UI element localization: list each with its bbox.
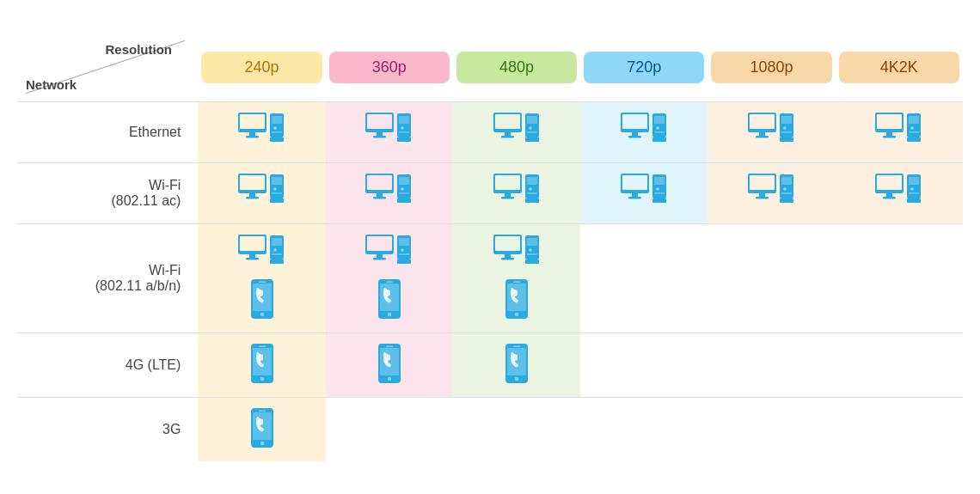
- svg-rect-40: [756, 136, 769, 138]
- phone-icon: [251, 279, 273, 322]
- table-row: Ethernet: [17, 101, 963, 162]
- desktop-icon: [238, 235, 285, 274]
- col-header-720p: 720p: [580, 33, 707, 101]
- svg-rect-18: [397, 137, 411, 142]
- table-row: 3G: [17, 397, 963, 461]
- svg-rect-30: [632, 132, 638, 136]
- svg-rect-26: [527, 131, 537, 133]
- svg-rect-153: [380, 348, 399, 375]
- svg-rect-136: [495, 236, 520, 251]
- svg-rect-60: [272, 177, 282, 185]
- svg-rect-105: [909, 177, 919, 185]
- icons-col: [329, 235, 450, 322]
- svg-rect-75: [505, 193, 511, 197]
- icons-col: [456, 174, 577, 213]
- phone-icon: [505, 279, 528, 322]
- icons-col: [201, 344, 322, 387]
- svg-rect-13: [373, 136, 386, 138]
- svg-rect-121: [259, 281, 266, 283]
- svg-rect-78: [527, 177, 537, 185]
- svg-point-154: [388, 377, 391, 381]
- data-cell: [580, 397, 707, 461]
- svg-rect-99: [780, 198, 793, 203]
- svg-rect-57: [249, 193, 255, 197]
- col-header-4k2k: 4K2K: [836, 33, 963, 101]
- svg-rect-137: [505, 254, 511, 258]
- svg-rect-127: [399, 238, 409, 246]
- phone-icon: [251, 408, 273, 451]
- svg-rect-48: [886, 132, 892, 136]
- desktop-icon: [238, 113, 285, 152]
- svg-rect-83: [622, 175, 647, 190]
- svg-rect-84: [632, 193, 638, 197]
- svg-rect-96: [781, 177, 792, 185]
- svg-point-25: [529, 126, 532, 130]
- svg-point-79: [529, 187, 532, 191]
- svg-point-7: [273, 126, 277, 130]
- data-cell: [453, 397, 580, 461]
- icons-col: [839, 174, 959, 213]
- svg-rect-155: [386, 345, 393, 347]
- svg-rect-110: [240, 236, 265, 251]
- svg-rect-65: [367, 175, 392, 190]
- phone-icon: [251, 344, 273, 387]
- svg-rect-130: [397, 259, 411, 264]
- svg-rect-20: [495, 114, 520, 129]
- svg-point-120: [260, 313, 263, 316]
- chart-container: Resolution Network 240p 360p 480p 720p: [17, 33, 963, 461]
- svg-point-146: [515, 313, 518, 316]
- svg-rect-22: [501, 136, 514, 138]
- data-cell: [836, 332, 963, 397]
- svg-rect-134: [386, 281, 393, 283]
- data-cell: [326, 162, 453, 223]
- svg-point-150: [260, 377, 263, 381]
- svg-rect-103: [883, 197, 896, 199]
- data-cell: [836, 101, 963, 162]
- svg-point-128: [401, 248, 404, 252]
- svg-point-133: [388, 313, 391, 316]
- svg-rect-111: [249, 254, 255, 258]
- svg-rect-31: [628, 136, 641, 138]
- svg-point-162: [260, 442, 263, 445]
- svg-rect-76: [501, 197, 514, 199]
- svg-point-106: [911, 187, 915, 191]
- svg-rect-27: [525, 137, 539, 142]
- svg-rect-4: [246, 136, 259, 138]
- svg-point-158: [515, 377, 518, 381]
- network-label-cell: Wi-Fi(802.11 a/b/n): [17, 223, 198, 332]
- data-cell: [836, 397, 963, 461]
- svg-rect-51: [909, 116, 919, 124]
- svg-rect-63: [270, 198, 284, 203]
- icons-col: [201, 113, 322, 152]
- svg-rect-3: [249, 132, 255, 136]
- svg-rect-112: [246, 258, 259, 260]
- desktop-icon: [238, 174, 285, 213]
- svg-rect-2: [240, 114, 265, 129]
- svg-rect-151: [259, 345, 266, 347]
- data-cell: [198, 101, 325, 162]
- svg-point-115: [273, 248, 277, 252]
- svg-rect-56: [240, 175, 265, 190]
- data-cell: [326, 101, 453, 162]
- col-header-360p: 360p: [326, 33, 453, 101]
- svg-rect-129: [399, 253, 409, 255]
- svg-rect-29: [622, 114, 647, 129]
- svg-rect-6: [272, 116, 282, 124]
- svg-rect-143: [525, 259, 539, 264]
- desktop-icon: [365, 113, 413, 152]
- data-cell: [198, 332, 325, 397]
- svg-rect-44: [781, 131, 792, 133]
- desktop-icon: [493, 235, 541, 274]
- svg-rect-9: [270, 137, 284, 142]
- svg-rect-98: [781, 192, 792, 194]
- svg-point-97: [783, 187, 787, 191]
- icons-col: [584, 174, 704, 213]
- svg-rect-157: [507, 348, 526, 375]
- icons-col: [711, 174, 831, 213]
- svg-rect-81: [525, 198, 539, 203]
- icons-col: [201, 235, 322, 322]
- svg-rect-74: [495, 175, 520, 190]
- svg-rect-42: [781, 116, 792, 124]
- svg-rect-87: [654, 177, 665, 185]
- phone-icon: [378, 279, 401, 322]
